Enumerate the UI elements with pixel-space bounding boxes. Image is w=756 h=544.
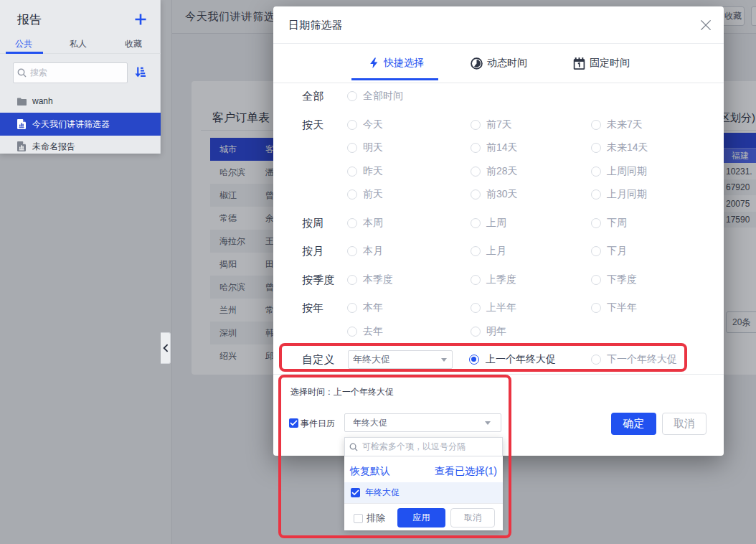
search-icon (17, 68, 27, 78)
radio-icon (347, 189, 357, 200)
quick-select-options: 全部全部时间按天今天前7天未来7天明天前14天未来14天昨天前28天上周同期前天… (273, 85, 724, 372)
search-input[interactable]: 搜索 (13, 62, 128, 83)
radio-option[interactable]: 下月 (591, 245, 627, 258)
radio-option-label: 去年 (363, 325, 383, 338)
radio-option[interactable]: 本周 (347, 217, 383, 230)
sort-descending-icon[interactable] (135, 67, 146, 78)
radio-option[interactable]: 前14天 (471, 141, 518, 154)
radio-option[interactable]: 今天 (347, 118, 383, 131)
radio-icon (471, 303, 481, 313)
radio-option[interactable]: 本季度 (347, 273, 393, 286)
cancel-button-label: 取消 (674, 417, 695, 431)
radio-icon (471, 189, 481, 200)
radio-option[interactable]: 明年 (471, 325, 506, 338)
radio-option[interactable]: 全部时间 (347, 90, 403, 103)
option-row: 全部全部时间 (273, 85, 724, 108)
radio-option-label: 下月 (607, 245, 627, 258)
chevron-left-icon (163, 344, 169, 352)
radio-icon (591, 218, 601, 228)
radio-icon (347, 327, 357, 337)
radio-option-label: 全部时间 (363, 90, 403, 103)
radio-option[interactable]: 前7天 (471, 118, 512, 131)
panel-title: 报告 (17, 11, 42, 28)
search-placeholder: 搜索 (30, 67, 47, 79)
radio-option-label: 前30天 (486, 188, 518, 201)
radio-option[interactable]: 未来14天 (591, 141, 648, 154)
report-list-item[interactable]: wanh (0, 90, 161, 113)
dialog-tab-3[interactable]: 固定时间 (573, 57, 630, 70)
dialog-tab-2[interactable]: 动态时间 (471, 57, 527, 70)
radio-option[interactable]: 下半年 (591, 301, 637, 314)
radio-icon (347, 275, 357, 285)
sidebar-tab-3[interactable]: 收藏 (125, 38, 142, 50)
radio-option-label: 下周 (607, 217, 627, 230)
radio-option[interactable]: 上周 (471, 217, 506, 230)
radio-icon (471, 120, 481, 130)
option-row: 按天今天前7天未来7天 (273, 113, 724, 137)
radio-option[interactable]: 下季度 (591, 273, 637, 286)
group-label: 按天 (302, 118, 324, 131)
cancel-button[interactable]: 取消 (662, 413, 707, 435)
report-list-item-label: 未命名报告 (32, 141, 75, 153)
radio-option[interactable]: 昨天 (347, 165, 383, 178)
radio-option-label: 今天 (363, 118, 383, 131)
option-group: 按季度本季度上季度下季度 (273, 268, 724, 292)
radio-option-label: 本月 (363, 245, 383, 258)
sidebar-tab-2[interactable]: 私人 (70, 38, 87, 50)
radio-option[interactable]: 上周同期 (591, 165, 647, 178)
radio-option[interactable]: 上半年 (471, 301, 516, 314)
report-list-item[interactable]: 未命名报告 (0, 135, 161, 158)
lightning-icon-svg (369, 57, 379, 69)
group-label: 按月 (302, 245, 324, 258)
radio-icon (591, 303, 601, 313)
close-icon[interactable] (700, 19, 712, 31)
add-report-icon[interactable] (133, 12, 148, 27)
radio-icon (591, 143, 601, 153)
sidebar-tab-1[interactable]: 公共 (15, 38, 32, 50)
radio-icon (347, 218, 357, 228)
radio-icon (591, 120, 601, 130)
radio-icon (347, 91, 357, 101)
option-group: 按天今天前7天未来7天明天前14天未来14天昨天前28天上周同期前天前30天上月… (273, 113, 724, 207)
dynamic-time-icon (471, 57, 483, 70)
option-group: 按年本年上半年下半年去年明年 (273, 296, 724, 343)
option-row: 去年明年 (273, 320, 724, 344)
radio-option-label: 本年 (363, 301, 383, 314)
dialog-tab-1[interactable]: 快捷选择 (369, 57, 424, 70)
radio-option[interactable]: 前28天 (471, 165, 518, 178)
radio-option[interactable]: 本月 (347, 245, 383, 258)
radio-option[interactable]: 去年 (347, 325, 383, 338)
dynamic-time-icon-svg (471, 57, 483, 70)
radio-icon (347, 167, 357, 177)
collapse-sidebar-handle[interactable] (161, 332, 171, 364)
option-group: 按周本周上周下周 (273, 212, 724, 235)
radio-option[interactable]: 本年 (347, 301, 383, 314)
report-icon-svg (17, 141, 26, 151)
radio-option[interactable]: 前天 (347, 188, 383, 201)
radio-icon (471, 143, 481, 153)
radio-option[interactable]: 未来7天 (591, 118, 643, 131)
header-divider (273, 43, 724, 44)
radio-option[interactable]: 明天 (347, 141, 383, 154)
ok-button[interactable]: 确定 (611, 413, 656, 435)
radio-option[interactable]: 上月 (471, 245, 506, 258)
radio-option[interactable]: 上月同期 (591, 188, 647, 201)
radio-option-label: 本季度 (363, 273, 393, 286)
radio-option[interactable]: 上季度 (471, 273, 516, 286)
folder-icon (17, 98, 27, 105)
report-icon (17, 141, 27, 151)
radio-option-label: 上周 (486, 217, 506, 230)
dialog-tab-label: 动态时间 (487, 57, 527, 70)
radio-icon (471, 327, 481, 337)
group-label: 全部 (302, 90, 324, 103)
radio-option[interactable]: 下周 (591, 217, 627, 230)
report-list-item[interactable]: 今天我们讲讲筛选器 (0, 113, 161, 136)
group-label: 按周 (302, 216, 324, 230)
radio-option-label: 未来7天 (607, 118, 643, 131)
report-directory-panel: 报告 公共私人收藏 搜索 wanh今天我们讲讲筛选器未命名报告 (0, 0, 161, 154)
radio-option[interactable]: 前30天 (471, 188, 518, 201)
report-icon (17, 119, 27, 129)
radio-option-label: 下季度 (607, 273, 637, 286)
radio-icon (471, 218, 481, 228)
radio-option-label: 前14天 (486, 141, 518, 154)
